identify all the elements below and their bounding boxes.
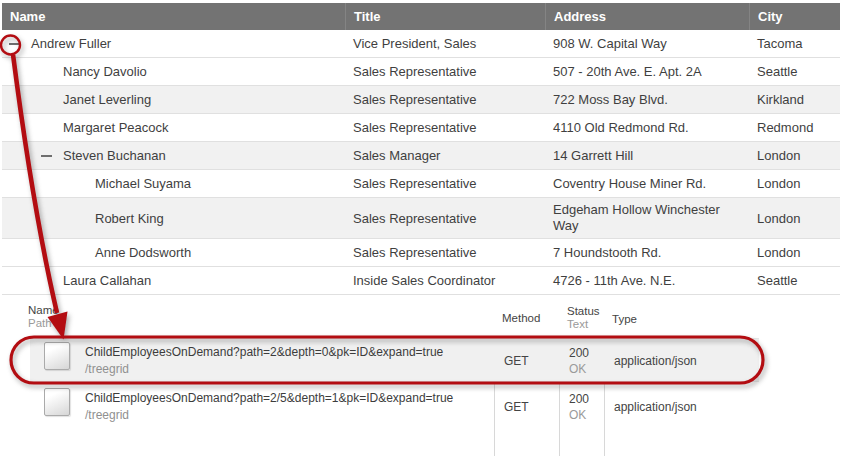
- network-request-panel: Name Path Method Status Text Type ChildE…: [28, 300, 843, 429]
- employee-city: Kirkland: [749, 92, 840, 107]
- network-header-row: Name Path Method Status Text Type: [28, 300, 843, 338]
- employee-name: Anne Dodsworth: [95, 245, 191, 260]
- network-header-name: Name: [28, 304, 59, 317]
- employee-name: Robert King: [95, 211, 164, 226]
- employee-address: Edgeham Hollow Winchester Way: [553, 202, 725, 234]
- employee-city: Seattle: [749, 64, 840, 79]
- employee-city: London: [749, 176, 840, 191]
- treegrid-row[interactable]: Michael Suyama Sales Representative Cove…: [2, 170, 840, 198]
- employee-name: Andrew Fuller: [31, 36, 111, 51]
- treegrid-row[interactable]: Robert King Sales Representative Edgeham…: [2, 198, 840, 239]
- column-header-title[interactable]: Title: [345, 3, 545, 30]
- employee-treegrid: Name Title Address City Andrew Fuller Vi…: [2, 3, 840, 295]
- tree-indent: [5, 183, 69, 184]
- treegrid-body: Andrew Fuller Vice President, Sales 908 …: [2, 30, 840, 295]
- employee-address: 722 Moss Bay Blvd.: [553, 92, 668, 108]
- treegrid-row[interactable]: Laura Callahan Inside Sales Coordinator …: [2, 267, 840, 295]
- employee-address: 4726 - 11th Ave. N.E.: [553, 273, 675, 289]
- employee-title: Inside Sales Coordinator: [345, 273, 545, 288]
- request-method: GET: [504, 354, 529, 368]
- employee-name: Steven Buchanan: [63, 148, 166, 163]
- employee-city: London: [749, 211, 840, 226]
- network-header-method: Method: [502, 312, 540, 325]
- request-path: /treegrid: [85, 408, 129, 422]
- treegrid-row[interactable]: Janet Leverling Sales Representative 722…: [2, 86, 840, 114]
- column-header-name[interactable]: Name: [2, 3, 345, 30]
- treegrid-row[interactable]: Steven Buchanan Sales Manager 14 Garrett…: [2, 142, 840, 170]
- treegrid-row[interactable]: Andrew Fuller Vice President, Sales 908 …: [2, 30, 840, 58]
- network-request-row[interactable]: ChildEmployeesOnDemand?path=2/5&depth=1&…: [30, 385, 759, 429]
- tree-indent: [5, 155, 37, 156]
- document-icon: [44, 388, 70, 416]
- request-url: ChildEmployeesOnDemand?path=2/5&depth=1&…: [85, 391, 453, 405]
- request-path: /treegrid: [85, 362, 129, 376]
- request-status: 200 OK: [569, 391, 589, 423]
- network-column-name-path[interactable]: Name Path: [28, 304, 59, 330]
- tree-indent: [5, 252, 69, 253]
- request-url: ChildEmployeesOnDemand?path=2&depth=0&pk…: [85, 345, 443, 359]
- employee-city: Tacoma: [749, 36, 840, 51]
- employee-title: Sales Representative: [345, 176, 545, 191]
- treegrid-row[interactable]: Margaret Peacock Sales Representative 41…: [2, 114, 840, 142]
- tree-indent: [5, 280, 37, 281]
- network-column-method[interactable]: Method: [502, 312, 540, 325]
- employee-address: 7 Houndstooth Rd.: [553, 245, 661, 261]
- column-header-city[interactable]: City: [749, 3, 840, 30]
- request-status: 200 OK: [569, 345, 589, 377]
- column-header-address[interactable]: Address: [545, 3, 749, 30]
- tree-toggle-slot: [37, 155, 63, 157]
- employee-address: 507 - 20th Ave. E. Apt. 2A: [553, 64, 702, 80]
- network-header-status-text: Text: [567, 318, 600, 331]
- request-type: application/json: [614, 354, 697, 368]
- treegrid-row[interactable]: Anne Dodsworth Sales Representative 7 Ho…: [2, 239, 840, 267]
- tree-indent: [5, 127, 37, 128]
- network-column-status[interactable]: Status Text: [567, 305, 600, 331]
- network-request-row[interactable]: ChildEmployeesOnDemand?path=2&depth=0&pk…: [30, 338, 759, 382]
- network-header-status: Status: [567, 305, 600, 318]
- tree-indent: [5, 218, 69, 219]
- collapse-minus-icon[interactable]: [9, 43, 20, 45]
- employee-name: Margaret Peacock: [63, 120, 169, 135]
- request-method: GET: [504, 400, 529, 414]
- employee-title: Vice President, Sales: [345, 36, 545, 51]
- status-code: 200: [569, 392, 589, 406]
- network-column-type[interactable]: Type: [612, 313, 637, 326]
- network-rows: ChildEmployeesOnDemand?path=2&depth=0&pk…: [28, 338, 843, 429]
- tree-indent: [5, 71, 37, 72]
- treegrid-header-row: Name Title Address City: [2, 3, 840, 30]
- status-code: 200: [569, 346, 589, 360]
- employee-title: Sales Representative: [345, 245, 545, 260]
- status-text: OK: [569, 362, 586, 376]
- employee-address: 14 Garrett Hill: [553, 148, 633, 164]
- employee-name: Janet Leverling: [63, 92, 151, 107]
- employee-city: Seattle: [749, 273, 840, 288]
- tree-indent: [5, 99, 37, 100]
- network-header-type: Type: [612, 313, 637, 326]
- employee-city: London: [749, 148, 840, 163]
- employee-title: Sales Representative: [345, 64, 545, 79]
- tree-toggle-slot: [5, 43, 31, 45]
- employee-address: 908 W. Capital Way: [553, 36, 667, 52]
- employee-title: Sales Representative: [345, 92, 545, 107]
- page: Name Title Address City Andrew Fuller Vi…: [0, 0, 843, 456]
- collapse-minus-icon[interactable]: [41, 155, 52, 157]
- employee-title: Sales Manager: [345, 148, 545, 163]
- network-header-path: Path: [28, 317, 59, 330]
- employee-name: Michael Suyama: [95, 176, 191, 191]
- employee-city: Redmond: [749, 120, 840, 135]
- status-text: OK: [569, 408, 586, 422]
- treegrid-row[interactable]: Nancy Davolio Sales Representative 507 -…: [2, 58, 840, 86]
- employee-address: 4110 Old Redmond Rd.: [553, 120, 689, 136]
- employee-city: London: [749, 245, 840, 260]
- employee-title: Sales Representative: [345, 120, 545, 135]
- request-type: application/json: [614, 400, 697, 414]
- document-icon: [44, 342, 70, 370]
- employee-name: Nancy Davolio: [63, 64, 147, 79]
- employee-address: Coventry House Miner Rd.: [553, 176, 706, 192]
- employee-title: Sales Representative: [345, 211, 545, 226]
- employee-name: Laura Callahan: [63, 273, 151, 288]
